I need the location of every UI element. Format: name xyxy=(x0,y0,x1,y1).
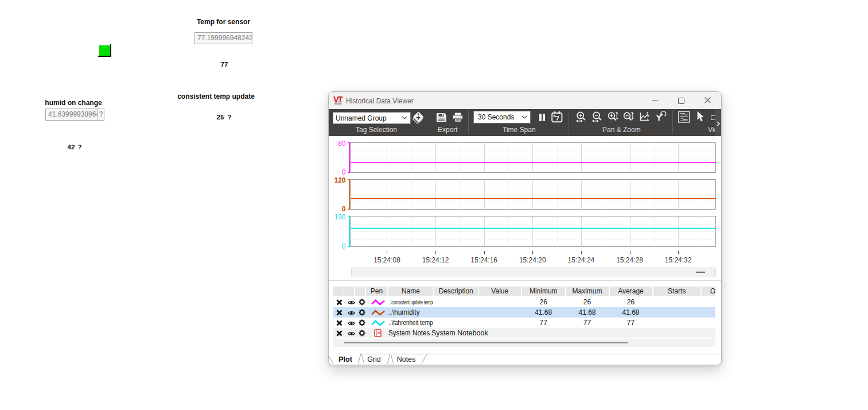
svg-text:0: 0 xyxy=(342,242,346,250)
svg-text:15:24:08: 15:24:08 xyxy=(373,256,400,264)
svg-text:0: 0 xyxy=(342,205,346,213)
svg-text:Notes: Notes xyxy=(397,355,416,363)
svg-text:15:24:24: 15:24:24 xyxy=(568,256,595,264)
svg-text:15:24:32: 15:24:32 xyxy=(665,256,692,264)
svg-text:15:24:16: 15:24:16 xyxy=(470,256,497,264)
svg-text:130: 130 xyxy=(334,213,345,221)
svg-text:Grid: Grid xyxy=(367,355,381,363)
svg-text:0: 0 xyxy=(342,168,346,176)
svg-text:15:24:12: 15:24:12 xyxy=(422,256,449,264)
svg-text:120: 120 xyxy=(334,176,345,184)
svg-text:15:24:28: 15:24:28 xyxy=(616,256,643,264)
svg-text:15:24:20: 15:24:20 xyxy=(519,256,546,264)
svg-text:80: 80 xyxy=(338,140,346,148)
svg-text:Scada: Scada xyxy=(334,102,342,105)
svg-text:Plot: Plot xyxy=(338,355,352,363)
